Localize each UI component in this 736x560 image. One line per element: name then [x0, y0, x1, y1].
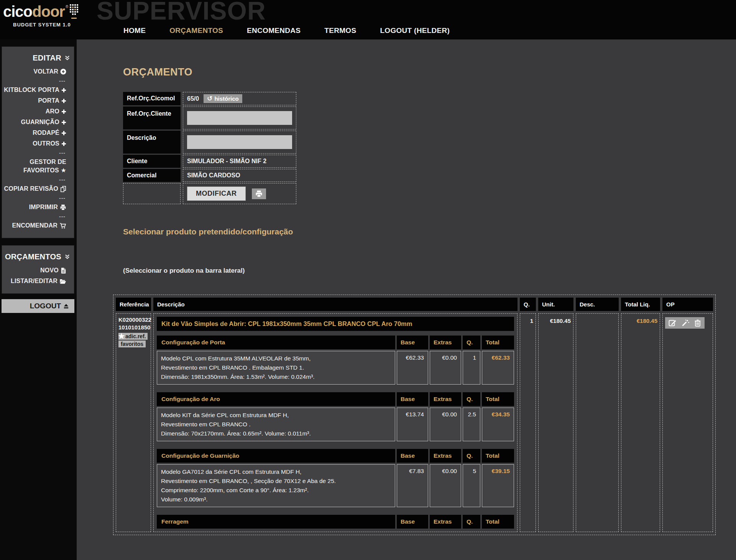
subcol-extras: Extras	[430, 336, 461, 349]
config-guarnicao-q: 5	[463, 464, 480, 507]
logo-text-door: door	[32, 3, 65, 20]
chevron-double-down-icon	[64, 254, 70, 260]
cell-descricao: Kit de Vão Simples de Abrir: CPL 1981x35…	[153, 313, 518, 532]
sidebar-item-aro[interactable]: ARO	[2, 106, 74, 117]
modificar-button[interactable]: MODIFICAR	[187, 187, 246, 201]
plus-icon	[61, 98, 66, 103]
config-aro-title: Configuração de Aro	[157, 392, 395, 406]
config-porta-description: Modelo CPL com Estrutura 35MM ALVEOLAR d…	[157, 351, 395, 385]
copy-icon	[60, 186, 66, 192]
config-guarnicao-total: €39.15	[482, 464, 514, 507]
sidebar-item-imprimir[interactable]: IMPRIMIR	[2, 202, 74, 213]
col-header-op: OP	[662, 298, 713, 311]
sidebar-item-voltar[interactable]: VOLTAR	[2, 66, 74, 77]
sidebar-item-porta[interactable]: PORTA	[2, 95, 74, 106]
subcol-q: Q.	[463, 515, 480, 529]
sidebar-item-encomendar[interactable]: ENCOMENDAR	[2, 220, 74, 231]
page-title: ORÇAMENTO	[123, 66, 736, 78]
sidebar-item-kitblock-porta[interactable]: KITBLOCK PORTA	[2, 85, 74, 95]
config-porta-extras: €0.00	[430, 351, 461, 385]
config-aro-extras: €0.00	[430, 408, 461, 441]
sidebar-header-editar[interactable]: EDITAR	[2, 52, 74, 66]
outros-label: OUTROS	[33, 139, 59, 148]
config-guarnicao-base: €7.83	[397, 464, 428, 507]
brand-logo[interactable]: cicodoor ® BUDGET SYSTEM 1.0	[0, 0, 94, 39]
subcol-q: Q.	[463, 392, 480, 406]
history-icon: ↺	[207, 96, 212, 102]
edit-button[interactable]	[669, 319, 677, 327]
print-button[interactable]	[252, 188, 266, 199]
printer-icon	[60, 204, 66, 211]
nav-item-termos[interactable]: TERMOS	[324, 26, 356, 35]
sidebar-panel-editar: EDITAR VOLTAR --- KITBLOCK PORTA PORTA A…	[2, 46, 74, 238]
form-label-ref-cicomol: Ref.Orç.Cicomol	[123, 92, 181, 105]
col-header-unit: Unit.	[538, 298, 573, 311]
subcol-base: Base	[397, 336, 428, 349]
sidebar-item-gestor-favoritos[interactable]: GESTOR DE FAVORITOS ★	[2, 157, 74, 176]
main-nav: HOME ORÇAMENTOS ENCOMENDAS TERMOS LOGOUT…	[123, 26, 450, 35]
config-porta-title: Configuração de Porta	[157, 336, 395, 349]
magic-wand-icon	[682, 319, 690, 327]
form-value-cliente: SIMULADOR - SIMÃO NIF 2	[183, 155, 296, 168]
col-header-total-liq: Total Liq.	[621, 298, 660, 311]
cell-q: 1	[520, 313, 536, 532]
form-label-cliente: Cliente	[123, 155, 181, 168]
col-header-desc: Desc.	[576, 298, 619, 311]
config-guarnicao-description: Modelo GA7012 da Série CPL com Estrutura…	[157, 464, 395, 507]
sidebar-logout-button[interactable]: LOGOUT	[2, 299, 74, 313]
subcol-total: Total	[482, 336, 514, 349]
logo-text-cico: cico	[3, 3, 32, 20]
add-ref-favorites-button[interactable]: ★ adic.ref. favoritos	[118, 333, 148, 347]
nav-item-logout[interactable]: LOGOUT (HELDER)	[380, 26, 450, 35]
plus-icon	[61, 131, 66, 136]
ref-line-2: 1010101850	[118, 324, 148, 331]
nav-item-home[interactable]: HOME	[123, 26, 146, 35]
form-value-ref-cliente	[183, 106, 296, 129]
subcol-q: Q.	[463, 449, 480, 463]
magic-wand-button[interactable]	[682, 319, 690, 327]
separator: ---	[2, 77, 74, 85]
config-section-porta: Configuração de Porta Base Extras Q. Tot…	[157, 336, 514, 385]
sidebar-item-novo[interactable]: NOVO	[2, 265, 74, 276]
cell-op	[662, 313, 713, 532]
plus-icon	[61, 141, 66, 146]
subcol-total: Total	[482, 392, 514, 406]
form-label-ref-cliente: Ref.Orç.Cliente	[123, 106, 181, 129]
delete-button[interactable]	[694, 319, 701, 327]
trash-icon	[694, 319, 701, 327]
form-buttons-cell: MODIFICAR	[183, 183, 296, 204]
subcol-base: Base	[397, 392, 428, 406]
cell-desc	[576, 313, 619, 532]
sidebar-item-outros[interactable]: OUTROS	[2, 138, 74, 149]
star-icon: ★	[61, 167, 66, 174]
config-aro-total: €34.35	[482, 408, 514, 441]
sidebar-hint-text: (Seleccionar o produto na barra lateral)	[123, 267, 736, 275]
config-section-aro: Configuração de Aro Base Extras Q. Total…	[157, 392, 514, 441]
ref-cliente-input[interactable]	[187, 111, 292, 125]
sidebar-item-copiar-revisao[interactable]: COPIAR REVISÃO	[2, 183, 74, 194]
chevron-double-down-icon	[64, 55, 70, 61]
subcol-extras: Extras	[430, 515, 461, 529]
config-porta-q: 1	[463, 351, 480, 385]
eject-icon	[63, 303, 69, 309]
folder-open-icon	[59, 278, 66, 284]
descricao-input[interactable]	[187, 135, 292, 149]
nav-item-encomendas[interactable]: ENCOMENDAS	[247, 26, 301, 35]
sidebar-header-orcamentos[interactable]: ORÇAMENTOS	[2, 251, 74, 265]
historico-label: histórico	[214, 95, 238, 102]
encomendar-label: ENCOMENDAR	[12, 221, 58, 230]
config-guarnicao-title: Configuração de Guarnição	[157, 449, 395, 463]
subcol-extras: Extras	[430, 449, 461, 463]
ref-cicomol-value: 65/0	[187, 95, 199, 102]
nav-item-orcamentos[interactable]: ORÇAMENTOS	[169, 26, 223, 35]
sidebar-header-orcamentos-label: ORÇAMENTOS	[5, 252, 61, 261]
document-icon	[61, 267, 66, 274]
sidebar-item-listar-editar[interactable]: LISTAR/EDITAR	[2, 276, 74, 287]
product-title: Kit de Vão Simples de Abrir: CPL 1981x35…	[157, 317, 514, 331]
copiar-revisao-label: COPIAR REVISÃO	[4, 185, 59, 193]
sidebar-item-guarnicao[interactable]: GUARNIÇÃO	[2, 117, 74, 128]
printer-icon	[255, 190, 263, 198]
historico-button[interactable]: ↺ histórico	[204, 94, 242, 103]
subcol-total: Total	[482, 515, 514, 529]
sidebar-item-rodape[interactable]: RODAPÉ	[2, 128, 74, 138]
